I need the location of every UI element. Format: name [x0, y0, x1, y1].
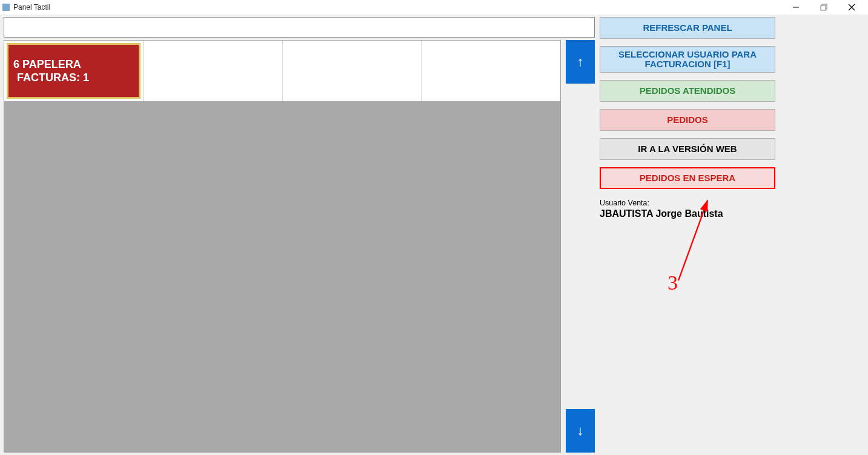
grid-cell	[283, 41, 422, 101]
scroll-down-button[interactable]: ↓	[566, 409, 595, 453]
pedidos-en-espera-button[interactable]: PEDIDOS EN ESPERA	[600, 167, 775, 189]
refrescar-panel-button[interactable]: REFRESCAR PANEL	[600, 17, 775, 39]
main-grid: 6 PAPELERA FACTURAS: 1	[4, 40, 561, 453]
grid-cell: 6 PAPELERA FACTURAS: 1	[4, 41, 144, 101]
search-wrap	[4, 17, 595, 38]
maximize-icon	[820, 4, 827, 11]
minimize-icon	[792, 4, 800, 11]
svg-rect-2	[821, 5, 826, 10]
minimize-button[interactable]	[782, 0, 810, 15]
close-button[interactable]	[838, 0, 866, 15]
user-name: JBAUTISTA Jorge Bautista	[600, 208, 775, 219]
arrow-up-icon: ↑	[577, 54, 584, 70]
window-title: Panel Tactil	[13, 3, 50, 12]
search-input[interactable]	[4, 18, 594, 37]
papelera-tile[interactable]: 6 PAPELERA FACTURAS: 1	[7, 43, 141, 99]
annotation-number: 3	[668, 271, 678, 294]
grid-cell	[144, 41, 283, 101]
pedidos-button[interactable]: PEDIDOS	[600, 109, 775, 131]
scroll-up-button[interactable]: ↑	[566, 40, 595, 84]
grid-cell	[422, 41, 560, 101]
user-label: Usuario Venta:	[600, 199, 775, 207]
grid-row: 6 PAPELERA FACTURAS: 1	[4, 41, 560, 101]
app-icon	[2, 4, 10, 11]
maximize-button[interactable]	[810, 0, 838, 15]
pedidos-atendidos-button[interactable]: PEDIDOS ATENDIDOS	[600, 80, 775, 102]
close-icon	[848, 4, 855, 11]
user-block: Usuario Venta: JBAUTISTA Jorge Bautista	[600, 199, 775, 219]
tile-line2: FACTURAS: 1	[13, 71, 134, 85]
window-controls	[782, 0, 866, 15]
seleccionar-usuario-button[interactable]: SELECCIONAR USUARIO PARA FACTURACION [F1…	[600, 46, 775, 73]
tile-line1: 6 PAPELERA	[13, 58, 134, 71]
titlebar: Panel Tactil	[0, 0, 868, 15]
version-web-button[interactable]: IR A LA VERSIÓN WEB	[600, 138, 775, 160]
arrow-down-icon: ↓	[577, 423, 584, 439]
